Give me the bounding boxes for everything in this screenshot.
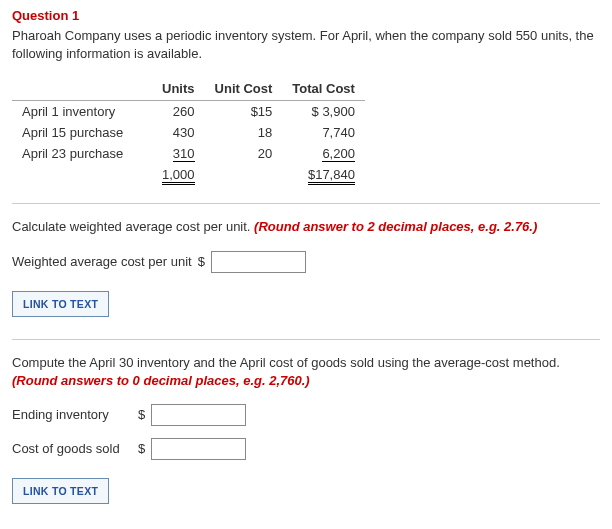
row-units: 310	[173, 146, 195, 162]
row-unit-cost: 18	[205, 122, 283, 143]
row-units: 260	[152, 101, 205, 123]
row-label: April 23 purchase	[12, 143, 152, 164]
row-label: April 1 inventory	[12, 101, 152, 123]
question-text: Pharoah Company uses a periodic inventor…	[12, 27, 600, 63]
divider	[12, 339, 600, 340]
part2-instruction-text: Compute the April 30 inventory and the A…	[12, 355, 560, 370]
ending-inventory-label: Ending inventory	[12, 407, 132, 422]
total-units: 1,000	[162, 167, 195, 185]
table-row: April 15 purchase 430 18 7,740	[12, 122, 365, 143]
col-blank	[12, 77, 152, 101]
row-total-cost: 6,200	[322, 146, 355, 162]
currency-symbol: $	[138, 407, 145, 422]
cogs-label: Cost of goods sold	[12, 441, 132, 456]
row-unit-cost: 20	[205, 143, 283, 164]
row-units: 430	[152, 122, 205, 143]
part1-hint: (Round answer to 2 decimal places, e.g. …	[254, 219, 537, 234]
col-unit-cost: Unit Cost	[205, 77, 283, 101]
currency-symbol: $	[138, 441, 145, 456]
row-total-cost: 7,740	[282, 122, 365, 143]
inventory-table: Units Unit Cost Total Cost April 1 inven…	[12, 77, 365, 185]
total-total-cost: $17,840	[308, 167, 355, 185]
col-total-cost: Total Cost	[282, 77, 365, 101]
table-total-row: 1,000 $17,840	[12, 164, 365, 185]
part1-instruction: Calculate weighted average cost per unit…	[12, 218, 600, 236]
ending-inventory-input[interactable]	[151, 404, 246, 426]
table-row: April 1 inventory 260 $15 $ 3,900	[12, 101, 365, 123]
row-unit-cost: $15	[205, 101, 283, 123]
row-total-cost: $ 3,900	[282, 101, 365, 123]
col-units: Units	[152, 77, 205, 101]
cogs-input[interactable]	[151, 438, 246, 460]
part2-hint: (Round answers to 0 decimal places, e.g.…	[12, 373, 310, 388]
divider	[12, 203, 600, 204]
question-title: Question 1	[12, 8, 600, 23]
part1-instruction-text: Calculate weighted average cost per unit…	[12, 219, 254, 234]
weighted-avg-label: Weighted average cost per unit	[12, 254, 192, 269]
row-label: April 15 purchase	[12, 122, 152, 143]
link-to-text-button[interactable]: LINK TO TEXT	[12, 291, 109, 317]
weighted-avg-input[interactable]	[211, 251, 306, 273]
part2-instruction: Compute the April 30 inventory and the A…	[12, 354, 600, 390]
currency-symbol: $	[198, 254, 205, 269]
link-to-text-button[interactable]: LINK TO TEXT	[12, 478, 109, 504]
table-row: April 23 purchase 310 20 6,200	[12, 143, 365, 164]
